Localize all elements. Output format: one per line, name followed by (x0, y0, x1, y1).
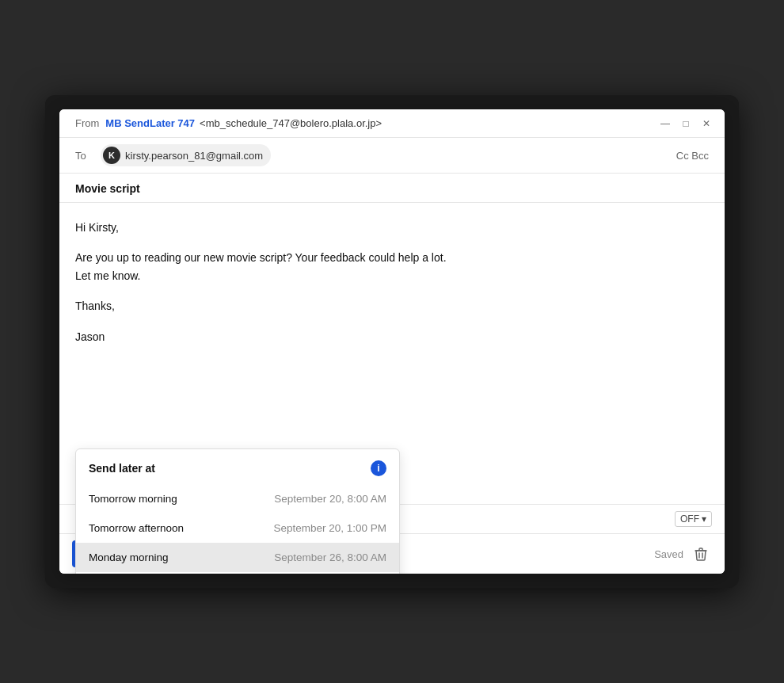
signature: Jason (75, 328, 709, 345)
info-icon[interactable]: i (371, 460, 386, 476)
option-tomorrow-afternoon[interactable]: Tomorrow afternoon September 20, 1:00 PM (76, 513, 399, 543)
send-later-panel: Send later at i Tomorrow morning Septemb… (75, 448, 400, 574)
option-label: Tomorrow afternoon (89, 522, 184, 534)
email-compose-window: From MB SendLater 747 <mb_schedule_747@b… (59, 109, 725, 574)
avatar: K (103, 147, 120, 164)
option-label: Tomorrow morning (89, 493, 177, 505)
saved-label: Saved (654, 548, 683, 560)
option-date: September 20, 8:00 AM (274, 493, 386, 505)
option-monday-morning[interactable]: Monday morning September 26, 8:00 AM (76, 543, 399, 572)
option-date: September 26, 8:00 AM (274, 551, 386, 563)
option-tomorrow-morning[interactable]: Tomorrow morning September 20, 8:00 AM (76, 484, 399, 513)
option-label: Monday morning (89, 551, 169, 563)
body-paragraph: Are you up to reading our new movie scri… (75, 249, 709, 284)
send-later-header: Send later at i (76, 449, 399, 484)
maximize-button[interactable]: □ (680, 118, 691, 129)
compose-area: Hi Kirsty, Are you up to reading our new… (59, 203, 725, 504)
close-button[interactable]: ✕ (701, 118, 712, 129)
closing: Thanks, (75, 297, 709, 315)
minimize-button[interactable]: — (660, 118, 671, 129)
off-label: OFF (680, 513, 699, 525)
toolbar-right: Saved (654, 543, 712, 565)
sender-email: <mb_schedule_747@bolero.plala.or.jp> (200, 117, 382, 129)
to-label: To (75, 150, 91, 162)
recipient-email: kirsty.pearson_81@gmail.com (125, 150, 263, 162)
email-body[interactable]: Hi Kirsty, Are you up to reading our new… (59, 203, 725, 377)
delete-button[interactable] (690, 543, 712, 565)
recipient-chip[interactable]: K kirsty.pearson_81@gmail.com (101, 144, 271, 166)
to-row: To K kirsty.pearson_81@gmail.com Cc Bcc (59, 138, 725, 174)
from-label: From (75, 117, 99, 129)
send-later-title: Send later at (89, 462, 155, 475)
off-toggle[interactable]: OFF ▾ (675, 511, 712, 527)
option-date: September 20, 1:00 PM (273, 522, 386, 534)
subject-text: Movie script (75, 182, 140, 195)
title-bar: From MB SendLater 747 <mb_schedule_747@b… (59, 109, 725, 138)
greeting: Hi Kirsty, (75, 219, 709, 236)
subject-row: Movie script (59, 174, 725, 203)
option-pick-date[interactable]: Pick date & time (76, 572, 399, 574)
window-shadow: From MB SendLater 747 <mb_schedule_747@b… (45, 95, 739, 588)
window-controls: — □ ✕ (660, 118, 712, 129)
send-later-options: Tomorrow morning September 20, 8:00 AM T… (76, 484, 399, 574)
sender-name: MB SendLater 747 (105, 117, 195, 129)
cc-bcc-button[interactable]: Cc Bcc (676, 150, 709, 162)
off-chevron: ▾ (702, 513, 706, 525)
